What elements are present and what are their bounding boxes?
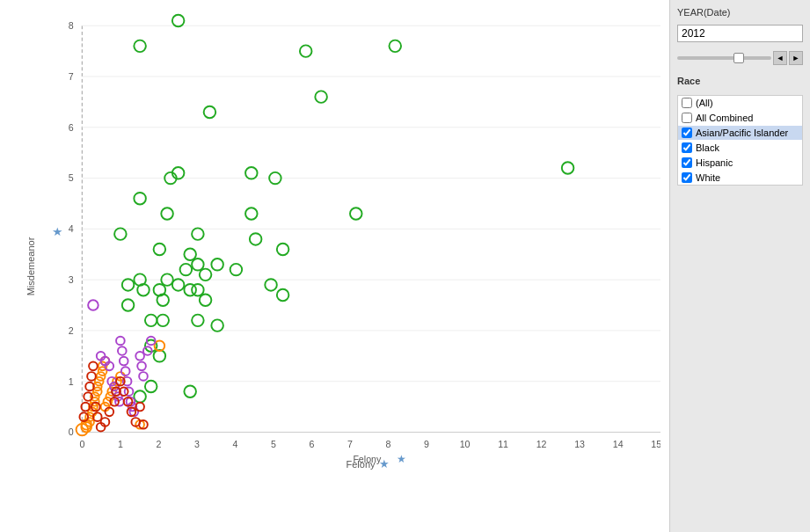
svg-point-76 xyxy=(137,284,150,295)
slider-thumb[interactable] xyxy=(733,53,744,63)
svg-point-130 xyxy=(135,352,144,361)
svg-point-61 xyxy=(230,264,243,275)
svg-text:3: 3 xyxy=(69,274,74,285)
svg-text:★: ★ xyxy=(53,225,64,238)
race-checkbox-hispanic[interactable] xyxy=(682,157,692,168)
svg-text:2: 2 xyxy=(156,439,161,449)
race-item-combined[interactable]: All Combined xyxy=(678,111,802,125)
svg-point-68 xyxy=(157,315,169,326)
svg-point-69 xyxy=(192,315,204,326)
svg-point-53 xyxy=(250,233,262,244)
svg-point-58 xyxy=(192,259,204,270)
svg-point-67 xyxy=(145,315,157,326)
race-item-black[interactable]: Black xyxy=(678,141,802,155)
svg-text:10: 10 xyxy=(460,439,471,449)
svg-point-85 xyxy=(145,381,157,392)
svg-text:11: 11 xyxy=(498,439,508,449)
race-label-combined: All Combined xyxy=(696,113,753,123)
svg-text:7: 7 xyxy=(347,439,353,449)
svg-point-60 xyxy=(200,269,212,281)
svg-point-52 xyxy=(245,208,258,219)
svg-point-79 xyxy=(200,295,212,306)
x-axis-label-container: Felony ★ xyxy=(75,457,660,470)
race-label-black: Black xyxy=(696,142,719,153)
race-label-asian: Asian/Pacific Islander xyxy=(696,128,788,138)
svg-point-139 xyxy=(87,372,96,381)
svg-text:5: 5 xyxy=(69,172,74,183)
svg-point-47 xyxy=(245,167,258,179)
race-label-white: White xyxy=(696,172,720,183)
svg-point-42 xyxy=(389,40,401,52)
svg-point-99 xyxy=(97,372,106,381)
race-section-label: Race xyxy=(677,76,803,86)
svg-point-131 xyxy=(137,362,146,371)
slider-prev-button[interactable]: ◄ xyxy=(773,51,787,65)
race-label-hispanic: Hispanic xyxy=(696,157,733,168)
slider-row: ◄ ► xyxy=(677,51,803,65)
svg-point-66 xyxy=(122,299,135,310)
race-checkbox-black[interactable] xyxy=(682,142,692,153)
race-item-white[interactable]: White xyxy=(678,171,802,185)
svg-text:8: 8 xyxy=(386,439,391,449)
race-checkbox-white[interactable] xyxy=(682,172,692,183)
svg-text:5: 5 xyxy=(271,439,276,449)
race-item-all[interactable]: (All) xyxy=(678,96,802,110)
svg-text:4: 4 xyxy=(232,439,237,449)
race-item-asian[interactable]: Asian/Pacific Islander xyxy=(678,126,802,140)
svg-text:6: 6 xyxy=(310,439,315,449)
svg-text:0: 0 xyxy=(79,439,84,449)
svg-text:2: 2 xyxy=(69,325,74,336)
slider-next-button[interactable]: ► xyxy=(789,51,803,65)
svg-point-122 xyxy=(118,346,127,355)
svg-point-44 xyxy=(315,91,327,102)
slider-track[interactable] xyxy=(677,56,771,60)
svg-point-54 xyxy=(350,208,362,219)
svg-point-59 xyxy=(211,259,223,270)
svg-point-43 xyxy=(204,106,216,118)
year-section-label: YEAR(Date) xyxy=(677,7,803,18)
chart-container: Misdemeanor 0 1 2 3 4 5 6 7 xyxy=(0,0,669,532)
svg-point-86 xyxy=(184,386,196,397)
svg-text:0: 0 xyxy=(69,426,74,437)
race-checkbox-asian[interactable] xyxy=(682,128,692,138)
svg-text:12: 12 xyxy=(536,439,547,449)
svg-point-121 xyxy=(116,337,125,346)
svg-point-73 xyxy=(114,228,127,239)
svg-point-72 xyxy=(154,350,166,361)
svg-text:7: 7 xyxy=(69,71,74,82)
svg-text:4: 4 xyxy=(69,223,74,234)
svg-point-50 xyxy=(134,193,146,204)
x-axis-label: Felony xyxy=(346,459,375,470)
svg-point-63 xyxy=(277,289,289,301)
svg-point-57 xyxy=(184,249,196,260)
svg-point-39 xyxy=(134,40,146,52)
svg-text:15: 15 xyxy=(651,439,660,449)
svg-text:9: 9 xyxy=(424,439,429,449)
svg-text:1: 1 xyxy=(69,376,74,387)
svg-point-140 xyxy=(89,362,98,371)
svg-point-75 xyxy=(122,279,135,290)
race-filter-list: (All) All Combined Asian/Pacific Islande… xyxy=(677,95,803,186)
svg-point-65 xyxy=(157,295,169,306)
svg-point-55 xyxy=(192,228,204,239)
svg-text:1: 1 xyxy=(118,439,123,449)
sidebar: YEAR(Date) ◄ ► Race (All) All Combined A… xyxy=(669,0,810,532)
svg-text:3: 3 xyxy=(194,439,200,449)
chart-area: Misdemeanor 0 1 2 3 4 5 6 7 xyxy=(0,0,669,532)
svg-text:14: 14 xyxy=(613,439,624,449)
y-axis-label: Misdemeanor xyxy=(26,237,36,295)
race-checkbox-combined[interactable] xyxy=(682,113,692,123)
svg-point-40 xyxy=(172,15,185,26)
svg-point-82 xyxy=(180,264,193,275)
race-item-hispanic[interactable]: Hispanic xyxy=(678,156,802,170)
svg-text:8: 8 xyxy=(69,20,74,31)
svg-point-77 xyxy=(172,279,185,290)
svg-point-70 xyxy=(211,319,223,331)
chart-svg: 0 1 2 3 4 5 6 7 8 xyxy=(40,9,660,466)
svg-point-124 xyxy=(121,367,130,375)
race-checkbox-all[interactable] xyxy=(682,98,692,108)
svg-text:6: 6 xyxy=(69,122,74,133)
year-input[interactable] xyxy=(677,25,803,42)
svg-point-62 xyxy=(265,279,277,290)
svg-text:★: ★ xyxy=(397,454,406,464)
